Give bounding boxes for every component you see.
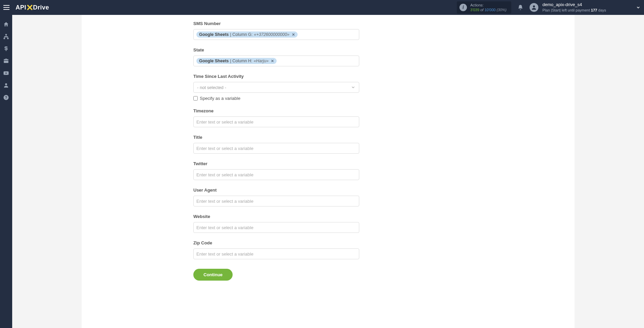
state-input[interactable]: Google Sheets | Column H: «Harju» ✕ bbox=[193, 56, 359, 66]
sitemap-icon[interactable] bbox=[3, 33, 9, 40]
actions-text: Actions: 3'039 of 10'000 (30%) bbox=[470, 3, 507, 13]
field-zip-code: Zip Code bbox=[193, 240, 463, 259]
actions-label: Actions: bbox=[470, 3, 507, 7]
timezone-field[interactable] bbox=[196, 119, 356, 125]
user-icon[interactable] bbox=[3, 82, 9, 89]
user-block[interactable]: demo_apix-drive_s4 Plan |Start| left unt… bbox=[530, 2, 606, 13]
briefcase-icon[interactable] bbox=[3, 58, 9, 64]
username: demo_apix-drive_s4 bbox=[542, 2, 606, 8]
continue-button[interactable]: Continue bbox=[193, 269, 233, 281]
actions-pct: (30%) bbox=[497, 8, 507, 12]
actions-counter[interactable]: i Actions: 3'039 of 10'000 (30%) bbox=[457, 1, 511, 14]
svg-point-8 bbox=[5, 83, 7, 85]
title-field[interactable] bbox=[196, 145, 356, 152]
field-sms-number: SMS Number Google Sheets | Column G: «+3… bbox=[193, 15, 463, 40]
state-label: State bbox=[193, 47, 463, 52]
main-area: SMS Number Google Sheets | Column G: «+3… bbox=[12, 15, 644, 328]
zip-code-label: Zip Code bbox=[193, 240, 463, 245]
zip-code-field[interactable] bbox=[196, 251, 356, 257]
user-plan: Plan |Start| left until payment 177 days bbox=[542, 8, 606, 13]
state-pill: Google Sheets | Column H: «Harju» ✕ bbox=[196, 58, 277, 64]
twitter-field[interactable] bbox=[196, 172, 356, 178]
field-twitter: Twitter bbox=[193, 161, 463, 180]
actions-max: 10'000 bbox=[485, 8, 496, 12]
sms-number-pill: Google Sheets | Column G: «+372600000000… bbox=[196, 31, 298, 38]
svg-rect-3 bbox=[5, 34, 7, 36]
actions-of: of bbox=[480, 8, 484, 12]
youtube-icon[interactable] bbox=[3, 70, 9, 76]
field-user-agent: User Agent bbox=[193, 188, 463, 206]
info-icon: i bbox=[459, 4, 467, 11]
website-input[interactable] bbox=[193, 222, 359, 233]
dollar-icon[interactable] bbox=[3, 45, 9, 52]
app-header: API Drive i Actions: 3'039 of 10'000 (30… bbox=[0, 0, 644, 15]
actions-current: 3'039 bbox=[470, 8, 479, 12]
svg-rect-4 bbox=[4, 38, 5, 39]
user-info: demo_apix-drive_s4 Plan |Start| left unt… bbox=[542, 2, 606, 13]
close-icon[interactable]: ✕ bbox=[271, 59, 274, 63]
zip-code-input[interactable] bbox=[193, 248, 359, 259]
field-website: Website bbox=[193, 214, 463, 233]
close-icon[interactable]: ✕ bbox=[292, 32, 295, 37]
home-icon[interactable] bbox=[3, 21, 9, 28]
title-label: Title bbox=[193, 135, 463, 140]
sidebar: ? bbox=[0, 15, 12, 328]
hamburger-icon[interactable] bbox=[3, 3, 12, 12]
time-since-selected: - not selected - bbox=[197, 85, 226, 90]
twitter-label: Twitter bbox=[193, 161, 463, 166]
svg-point-2 bbox=[533, 5, 535, 7]
specify-variable-label: Specify as a variable bbox=[200, 96, 240, 101]
field-timezone: Timezone bbox=[193, 108, 463, 127]
logo-drive: Drive bbox=[33, 4, 49, 11]
chevron-down-icon bbox=[351, 85, 356, 90]
time-since-label: Time Since Last Activity bbox=[193, 74, 463, 79]
field-state: State Google Sheets | Column H: «Harju» … bbox=[193, 47, 463, 66]
form-panel: SMS Number Google Sheets | Column G: «+3… bbox=[82, 15, 575, 328]
field-title: Title bbox=[193, 135, 463, 154]
field-time-since: Time Since Last Activity - not selected … bbox=[193, 74, 463, 101]
user-agent-input[interactable] bbox=[193, 196, 359, 206]
website-field[interactable] bbox=[196, 224, 356, 231]
specify-variable-row: Specify as a variable bbox=[193, 96, 463, 101]
x-icon bbox=[26, 4, 34, 11]
svg-text:?: ? bbox=[5, 95, 7, 100]
user-agent-label: User Agent bbox=[193, 188, 463, 193]
logo-api: API bbox=[16, 4, 26, 11]
sms-number-input[interactable]: Google Sheets | Column G: «+372600000000… bbox=[193, 29, 359, 40]
title-input[interactable] bbox=[193, 143, 359, 154]
timezone-input[interactable] bbox=[193, 116, 359, 127]
specify-variable-checkbox[interactable] bbox=[193, 96, 198, 101]
avatar-icon bbox=[530, 3, 538, 12]
logo[interactable]: API Drive bbox=[16, 4, 49, 11]
bell-icon[interactable] bbox=[517, 4, 523, 10]
twitter-input[interactable] bbox=[193, 169, 359, 180]
chevron-down-icon[interactable] bbox=[636, 5, 641, 10]
sms-number-label: SMS Number bbox=[193, 21, 463, 26]
svg-rect-5 bbox=[7, 38, 9, 39]
timezone-label: Timezone bbox=[193, 108, 463, 113]
website-label: Website bbox=[193, 214, 463, 219]
help-icon[interactable]: ? bbox=[3, 94, 9, 101]
user-agent-field[interactable] bbox=[196, 198, 356, 204]
time-since-select[interactable]: - not selected - bbox=[193, 82, 359, 93]
